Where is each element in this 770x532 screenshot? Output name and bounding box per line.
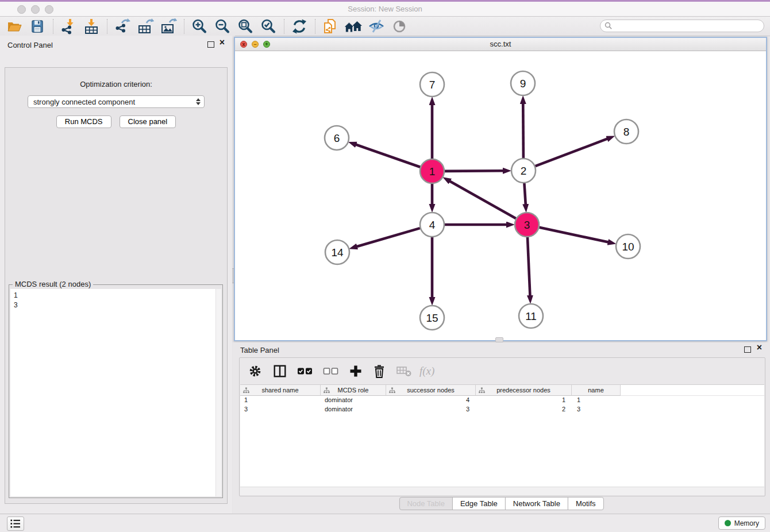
table-tab-network-table[interactable]: Network Table [505, 497, 568, 510]
toolbar-separator [53, 19, 53, 34]
graph-node-label: 10 [622, 241, 634, 253]
close-panel-icon[interactable]: × [220, 37, 225, 48]
columns-icon[interactable] [272, 364, 287, 379]
clone-documents-icon[interactable] [321, 18, 340, 35]
export-image-icon[interactable] [159, 18, 178, 35]
zoom-fit-icon[interactable] [236, 18, 255, 35]
column-header-successor-nodes[interactable]: successor nodes [386, 385, 476, 396]
window-controls [17, 5, 53, 14]
deselect-all-icon[interactable] [323, 366, 339, 376]
import-network-icon[interactable] [59, 18, 78, 35]
graph-edge-1-6[interactable] [356, 145, 420, 167]
refresh-icon[interactable] [290, 18, 309, 35]
close-network-icon[interactable]: x [240, 41, 247, 48]
graph-node-label: 11 [525, 310, 537, 322]
table-cell[interactable]: 2 [476, 405, 572, 414]
graph-node-label: 8 [623, 126, 630, 138]
column-header-predecessor-nodes[interactable]: predecessor nodes [476, 385, 572, 396]
zoom-selected-icon[interactable] [259, 18, 278, 35]
zoom-out-icon[interactable] [213, 18, 232, 35]
float-panel-icon[interactable] [207, 41, 214, 48]
table-tab-node-table[interactable]: Node Table [399, 497, 453, 510]
column-header-name[interactable]: name [572, 385, 621, 396]
table-cell[interactable]: 3 [240, 405, 321, 414]
delete-table-icon[interactable] [396, 365, 412, 377]
table-cell[interactable]: 1 [476, 396, 572, 405]
task-list-button[interactable] [7, 516, 24, 531]
node-table: shared nameMCDS rolesuccessor nodesprede… [240, 384, 764, 487]
table-tab-motifs[interactable]: Motifs [568, 497, 604, 510]
memory-button[interactable]: Memory [718, 516, 765, 530]
column-header-MCDS-role[interactable]: MCDS role [321, 385, 386, 396]
save-icon[interactable] [28, 18, 47, 35]
memory-status-icon [725, 520, 731, 526]
graph-edge-2-9[interactable] [523, 103, 523, 158]
table-cell[interactable]: 1 [572, 396, 621, 405]
table-cell[interactable]: 3 [572, 405, 621, 414]
toolbar-separator [107, 19, 107, 34]
add-icon[interactable] [349, 364, 363, 378]
graph-edge-1-2[interactable] [445, 171, 503, 171]
graph-edge-2-3[interactable] [524, 183, 525, 205]
table-cell[interactable]: dominator [321, 405, 386, 414]
column-header-label: MCDS role [338, 387, 369, 394]
network-window-controls: x – + [240, 41, 270, 48]
list-icon [10, 519, 21, 529]
optimization-label: Optimization criterion: [5, 80, 227, 88]
function-icon[interactable]: f(x) [419, 365, 434, 377]
maximize-network-icon[interactable]: + [263, 41, 270, 48]
gear-icon[interactable] [248, 364, 263, 379]
table-cell[interactable]: 4 [386, 396, 476, 405]
minimize-window-icon[interactable] [31, 5, 40, 14]
houses-icon[interactable] [344, 18, 363, 35]
minimize-network-icon[interactable]: – [252, 41, 259, 48]
close-table-panel-icon[interactable]: × [757, 342, 762, 353]
graph-edge-2-8[interactable] [536, 138, 608, 166]
export-table-icon[interactable] [136, 18, 155, 35]
trash-icon[interactable] [372, 364, 386, 379]
result-scrollbar[interactable] [215, 289, 221, 496]
export-network-icon[interactable] [113, 18, 132, 35]
select-all-icon[interactable] [297, 366, 313, 376]
result-line: 1 [14, 291, 218, 300]
search-field[interactable] [600, 20, 764, 32]
mcds-panel: Optimization criterion: strongly connect… [5, 67, 228, 504]
graph-edge-3-1[interactable] [449, 181, 515, 218]
table-cell[interactable]: 3 [386, 405, 476, 414]
table-tab-edge-table[interactable]: Edge Table [452, 497, 506, 510]
graph-edge-3-11[interactable] [528, 237, 530, 296]
table-row[interactable]: 3dominator323 [240, 405, 764, 414]
graph-edge-4-14[interactable] [357, 228, 420, 246]
table-row[interactable]: 1dominator411 [240, 396, 764, 405]
attribute-icon [243, 387, 249, 394]
table-cell[interactable]: dominator [321, 396, 386, 405]
attribute-icon [324, 387, 330, 394]
column-header-shared-name[interactable]: shared name [240, 385, 321, 396]
table-cell[interactable]: 1 [240, 396, 321, 405]
main-toolbar [0, 17, 770, 36]
optimization-select[interactable]: strongly connected component [28, 95, 205, 108]
network-window-titlebar[interactable]: x – + scc.txt [235, 38, 766, 51]
optimization-selected-value: strongly connected component [33, 98, 135, 106]
open-folder-icon[interactable] [5, 18, 24, 35]
run-mcds-button[interactable]: Run MCDS [56, 115, 111, 128]
status-bar: Memory [0, 514, 770, 532]
graph-edge-3-10[interactable] [540, 228, 609, 242]
zoom-in-icon[interactable] [190, 18, 209, 35]
graph-node-label: 6 [334, 132, 340, 144]
eye-icon[interactable] [390, 18, 409, 35]
mcds-result-text[interactable]: 13 [10, 289, 221, 496]
maximize-window-icon[interactable] [45, 5, 53, 14]
column-header-label: predecessor nodes [496, 387, 550, 394]
float-table-panel-icon[interactable] [744, 346, 751, 353]
hide-eye-icon[interactable] [367, 18, 386, 35]
mcds-result-title: MCDS result (2 nodes) [13, 280, 93, 288]
search-input[interactable] [615, 21, 764, 31]
close-panel-button[interactable]: Close panel [120, 115, 176, 128]
close-window-icon[interactable] [17, 5, 26, 14]
import-table-icon[interactable] [82, 18, 101, 35]
graph-node-label: 2 [521, 165, 527, 177]
network-canvas[interactable]: 7968124314101511 [235, 51, 766, 340]
table-horizontal-scrollbar[interactable] [240, 487, 764, 495]
horizontal-splitter-handle[interactable] [495, 337, 503, 342]
